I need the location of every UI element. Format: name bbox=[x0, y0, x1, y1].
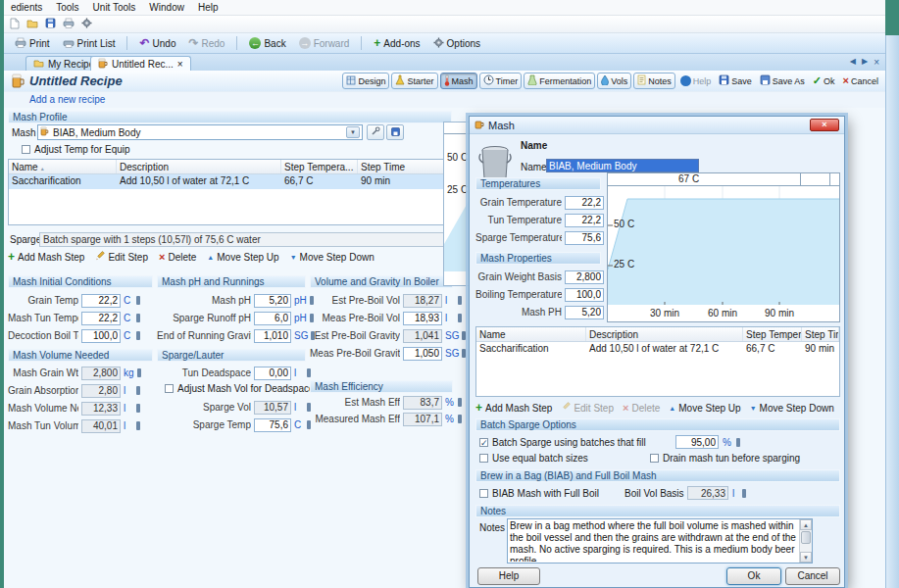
scrollbar-thumb[interactable] bbox=[801, 531, 811, 544]
options-button[interactable]: Options bbox=[428, 36, 485, 51]
ok-button[interactable]: Ok bbox=[810, 73, 838, 89]
dlg-grain-temperature-input[interactable] bbox=[565, 196, 604, 210]
dlg-move-step-down-button[interactable]: Move Step Down bbox=[750, 403, 834, 414]
starter-tab-button[interactable]: Starter bbox=[391, 73, 437, 89]
field-tool-icon[interactable] bbox=[136, 421, 140, 430]
print-list-button[interactable]: Print List bbox=[58, 36, 121, 51]
profile-edit-button[interactable] bbox=[367, 124, 384, 140]
delete-step-button[interactable]: Delete bbox=[159, 252, 196, 263]
mash-dialog-titlebar[interactable]: Mash × bbox=[470, 117, 844, 134]
batch-fill-percent-input[interactable] bbox=[675, 435, 719, 449]
mash-ph-input[interactable] bbox=[254, 294, 291, 308]
move-step-down-button[interactable]: Move Step Down bbox=[290, 252, 375, 263]
print-icon[interactable] bbox=[63, 18, 75, 30]
tab-scroll-left-button[interactable] bbox=[850, 57, 856, 68]
forward-button[interactable]: → Forward bbox=[294, 36, 355, 50]
timer-tab-button[interactable]: Timer bbox=[479, 73, 523, 89]
save-as-button[interactable]: Save As bbox=[757, 73, 808, 89]
dialog-ok-button[interactable]: Ok bbox=[726, 567, 781, 585]
dialog-cancel-button[interactable]: Cancel bbox=[785, 567, 840, 585]
field-tool-icon[interactable] bbox=[458, 398, 462, 407]
column-header-name[interactable]: Name bbox=[476, 327, 586, 341]
dlg-tun-temperature-input[interactable] bbox=[565, 214, 604, 227]
profile-name-input[interactable] bbox=[546, 159, 699, 172]
move-step-up-button[interactable]: Move Step Up bbox=[207, 252, 278, 263]
mash-tab-button[interactable]: Mash bbox=[440, 73, 477, 89]
column-header-description[interactable]: Description bbox=[117, 160, 281, 173]
redo-button[interactable]: Redo bbox=[183, 37, 229, 50]
mash-profile-select[interactable]: BIAB, Medium Body bbox=[37, 124, 363, 140]
addons-button[interactable]: Add-ons bbox=[369, 37, 425, 50]
chevron-down-icon[interactable] bbox=[346, 126, 360, 138]
fermentation-tab-button[interactable]: Fermentation bbox=[524, 73, 595, 89]
dlg-sparge-temperature-input[interactable] bbox=[565, 231, 604, 245]
dlg-move-step-up-button[interactable]: Move Step Up bbox=[669, 403, 740, 414]
field-tool-icon[interactable] bbox=[136, 314, 140, 322]
undo-button[interactable]: Undo bbox=[134, 37, 180, 50]
scroll-down-icon[interactable]: ▼ bbox=[800, 552, 812, 563]
drain-mash-tun-checkbox[interactable] bbox=[650, 454, 659, 463]
menu-ingredients[interactable]: edients bbox=[4, 1, 49, 14]
biab-full-boil-checkbox[interactable] bbox=[479, 489, 488, 498]
field-tool-icon[interactable] bbox=[136, 404, 140, 413]
adjust-temp-checkbox[interactable] bbox=[22, 145, 30, 154]
column-header-step-temp[interactable]: Step Tempera... bbox=[743, 327, 802, 341]
field-tool-icon[interactable] bbox=[137, 368, 141, 377]
tab-untitled-recipe[interactable]: Untitled Rec... bbox=[90, 56, 191, 71]
design-tab-button[interactable]: Design bbox=[342, 73, 389, 89]
notes-tab-button[interactable]: Notes bbox=[633, 73, 675, 89]
menu-unit-tools[interactable]: Unit Tools bbox=[86, 1, 143, 14]
print-button[interactable]: Print bbox=[10, 36, 55, 51]
menu-tools[interactable]: Tools bbox=[49, 1, 85, 14]
open-folder-icon[interactable] bbox=[26, 19, 38, 30]
sparge-temp-input[interactable] bbox=[254, 418, 291, 432]
cancel-button[interactable]: Cancel bbox=[840, 73, 881, 89]
help-button[interactable]: Help bbox=[677, 73, 715, 89]
field-tool-icon[interactable] bbox=[462, 331, 466, 340]
dlg-edit-step-button[interactable]: Edit Step bbox=[561, 402, 614, 414]
tab-close-icon[interactable] bbox=[177, 59, 183, 70]
field-tool-icon[interactable] bbox=[458, 314, 462, 322]
notes-textarea[interactable]: Brew in a bag method where the full boil… bbox=[507, 518, 813, 564]
settings-gear-icon[interactable] bbox=[81, 18, 92, 30]
menu-help[interactable]: Help bbox=[191, 1, 225, 14]
meas-pre-boil-gravity-input[interactable] bbox=[403, 347, 442, 361]
field-tool-icon[interactable] bbox=[458, 296, 462, 305]
dialog-help-button[interactable]: Help bbox=[477, 567, 540, 585]
field-tool-icon[interactable] bbox=[742, 489, 746, 498]
table-row[interactable]: Saccharification Add 10,50 l of water at… bbox=[476, 342, 839, 357]
tab-list-close-button[interactable] bbox=[874, 57, 879, 68]
meas-pre-boil-vol-input[interactable] bbox=[403, 312, 442, 325]
field-tool-icon[interactable] bbox=[136, 386, 140, 395]
field-tool-icon[interactable] bbox=[736, 438, 740, 447]
tab-scroll-right-button[interactable] bbox=[862, 57, 868, 68]
column-header-step-temp[interactable]: Step Tempera... bbox=[281, 160, 358, 173]
use-equal-batch-sizes-checkbox[interactable] bbox=[479, 454, 488, 463]
save-disk-icon[interactable] bbox=[45, 18, 56, 30]
save-button[interactable]: Save bbox=[716, 73, 755, 89]
profile-save-button[interactable] bbox=[386, 124, 404, 140]
column-header-step-time[interactable]: Step Time bbox=[358, 160, 447, 173]
menu-window[interactable]: Window bbox=[142, 1, 191, 14]
field-tool-icon[interactable] bbox=[458, 415, 462, 423]
column-header-description[interactable]: Description bbox=[586, 327, 743, 341]
tun-deadspace-input[interactable] bbox=[254, 367, 291, 380]
table-row[interactable]: Saccharification Add 10,50 l of water at… bbox=[9, 174, 447, 189]
dialog-close-button[interactable]: × bbox=[810, 119, 839, 131]
mash-tun-temperature-input[interactable] bbox=[81, 312, 121, 325]
boiling-temperature-input[interactable] bbox=[565, 288, 604, 302]
grain-weight-basis-input[interactable] bbox=[565, 270, 604, 284]
sparge-runoff-ph-input[interactable] bbox=[254, 312, 291, 325]
edit-step-button[interactable]: Edit Step bbox=[95, 251, 148, 263]
add-mash-step-button[interactable]: Add Mash Step bbox=[8, 252, 84, 263]
decoction-boil-temp-input[interactable] bbox=[81, 329, 121, 343]
scroll-up-icon[interactable]: ▲ bbox=[800, 519, 812, 530]
add-new-recipe-link[interactable]: Add a new recipe bbox=[29, 94, 105, 105]
column-header-step-time[interactable]: Step Time bbox=[802, 327, 839, 341]
new-document-icon[interactable] bbox=[10, 18, 20, 31]
column-header-name[interactable]: Name bbox=[9, 160, 117, 173]
adjust-mash-vol-checkbox[interactable] bbox=[165, 384, 174, 393]
batch-sparge-fill-checkbox[interactable] bbox=[479, 438, 488, 447]
back-button[interactable]: ← Back bbox=[244, 36, 290, 50]
field-tool-icon[interactable] bbox=[462, 349, 466, 358]
